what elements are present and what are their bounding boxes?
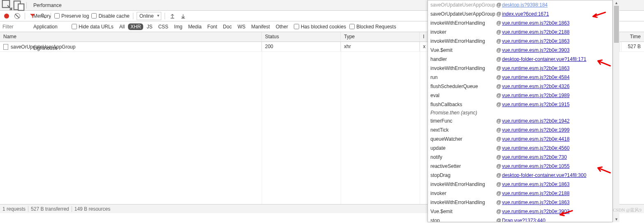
export-har-icon[interactable] [179, 12, 187, 20]
filter-toggle-icon[interactable] [28, 12, 37, 20]
col-type[interactable]: Type [341, 32, 420, 42]
stack-fn: stop [430, 217, 496, 222]
stack-separator: Promise.then (async) [428, 109, 612, 116]
stack-link[interactable]: vue.runtime.esm.js?2b0e:2188 [502, 190, 570, 197]
disable-cache-label: Disable cache [98, 13, 129, 19]
stack-frame: invokeWithErrorHandling@vue.runtime.esm.… [428, 64, 612, 73]
inspect-icon[interactable] [2, 0, 13, 11]
watermark: CSDN @蓝风9 [613, 207, 642, 213]
stack-frame: flushSchedulerQueue@vue.runtime.esm.js?2… [428, 82, 612, 91]
stack-link[interactable]: vue.runtime.esm.js?2b0e:4326 [502, 83, 570, 90]
annotation-arrow-icon [557, 209, 573, 218]
filter-type-css[interactable]: CSS [156, 23, 171, 30]
tab-performance[interactable]: Performance [28, 0, 67, 11]
import-har-icon[interactable] [168, 12, 177, 20]
stack-frame: invoker@vue.runtime.esm.js?2b0e:2188 [428, 189, 612, 198]
scroll-up-icon[interactable]: ▲ [613, 0, 620, 6]
stack-fn: invoker [430, 190, 496, 197]
stack-link[interactable]: vue.runtime.esm.js?2b0e:1989 [502, 92, 570, 99]
stack-link[interactable]: vue.runtime.esm.js?2b0e:1863 [502, 19, 570, 27]
stack-frame: stopDrag@desktop-folder-container.vue?14… [428, 171, 612, 180]
stack-fn: saveOrUpdateUserAppGroup [430, 1, 496, 9]
separator [133, 13, 133, 19]
stack-frame: saveOrUpdateUserAppGroup@desktop.js?9398… [428, 0, 612, 9]
hide-data-urls-checkbox[interactable]: Hide data URLs [72, 24, 114, 30]
stack-link[interactable]: vue.runtime.esm.js?2b0e:1863 [502, 37, 570, 45]
filter-type-ws[interactable]: WS [235, 23, 248, 30]
stack-link[interactable]: vue.runtime.esm.js?2b0e:1942 [502, 117, 570, 125]
stack-frame: invokeWithErrorHandling@vue.runtime.esm.… [428, 37, 612, 46]
svg-rect-2 [18, 4, 24, 10]
stack-frame: Vue.$emit@vue.runtime.esm.js?2b0e:3903 [428, 207, 612, 216]
stack-link[interactable]: desktop-folder-container.vue?14f8:300 [502, 172, 586, 179]
scroll-thumb[interactable] [614, 6, 619, 43]
filter-type-doc[interactable]: Doc [221, 23, 234, 30]
stack-link[interactable]: vue.runtime.esm.js?2b0e:2188 [502, 28, 570, 36]
stack-link[interactable]: vue.runtime.esm.js?2b0e:3903 [502, 46, 570, 54]
stack-fn: saveOrUpdateUserAppGroup [430, 10, 496, 18]
device-toggle-icon[interactable] [13, 0, 25, 11]
stack-fn: invokeWithErrorHandling [430, 181, 496, 188]
filter-type-js[interactable]: JS [144, 23, 155, 30]
stack-fn: invokeWithErrorHandling [430, 199, 496, 206]
filter-type-other[interactable]: Other [273, 23, 291, 30]
preserve-log-checkbox[interactable]: Preserve log [54, 13, 89, 19]
filter-type-all[interactable]: All [117, 23, 127, 30]
col-status[interactable]: Status [262, 32, 341, 42]
blocked-requests-checkbox[interactable]: Blocked Requests [349, 24, 396, 30]
stack-fn: queueWatcher [430, 135, 496, 143]
stack-frame: notify@vue.runtime.esm.js?2b0e:730 [428, 153, 612, 162]
annotation-arrow-icon [595, 166, 611, 176]
stack-link[interactable]: vue.runtime.esm.js?2b0e:1863 [502, 199, 570, 206]
stack-fn: invokeWithErrorHandling [430, 65, 496, 72]
filter-input[interactable] [2, 23, 68, 31]
stack-link[interactable]: index.vue?6ced:1671 [502, 10, 549, 18]
filter-type-manifest[interactable]: Manifest [249, 23, 272, 30]
blocked-requests-label: Blocked Requests [356, 24, 396, 30]
stack-link[interactable]: vue.runtime.esm.js?2b0e:4418 [502, 135, 570, 143]
stack-link[interactable]: vue.runtime.esm.js?2b0e:1863 [502, 65, 570, 72]
preserve-log-label: Preserve log [61, 13, 89, 19]
stack-fn: handler [430, 56, 496, 63]
col-name[interactable]: Name [0, 32, 262, 42]
stack-frame: reactiveSetter@vue.runtime.esm.js?2b0e:1… [428, 162, 612, 171]
clear-button[interactable] [13, 12, 21, 20]
stack-frame: flushCallbacks@vue.runtime.esm.js?2b0e:1… [428, 100, 612, 109]
stack-frame: update@vue.runtime.esm.js?2b0e:4560 [428, 144, 612, 153]
filter-type-media[interactable]: Media [186, 23, 204, 30]
stack-link[interactable]: vue.runtime.esm.js?2b0e:4584 [502, 74, 570, 81]
popup-scrollbar[interactable]: ▲ ▼ [613, 0, 619, 222]
size-cell: 527 B [619, 42, 644, 52]
col-time[interactable]: Time [619, 32, 644, 42]
throttling-select[interactable]: Online [137, 12, 162, 20]
stack-link[interactable]: vue.runtime.esm.js?2b0e:1055 [502, 163, 570, 170]
record-button[interactable] [2, 12, 11, 20]
stack-fn: eval [430, 92, 496, 99]
stack-link[interactable]: vue.runtime.esm.js?2b0e:1863 [502, 181, 570, 188]
stack-link[interactable]: desktop-folder-container.vue?14f8:171 [502, 56, 586, 63]
scroll-down-icon[interactable]: ▼ [613, 216, 620, 222]
stack-fn: invoker [430, 28, 496, 36]
stack-link[interactable]: desktop.js?9398:184 [502, 1, 548, 9]
stack-fn: invokeWithErrorHandling [430, 19, 496, 27]
has-blocked-cookies-checkbox[interactable]: Has blocked cookies [294, 24, 346, 30]
status-transferred: 527 B transferred [31, 206, 69, 212]
filter-type-xhr[interactable]: XHR [128, 23, 143, 30]
stack-fn: stopDrag [430, 172, 496, 179]
stack-link[interactable]: vue.runtime.esm.js?2b0e:1915 [502, 101, 570, 108]
disable-cache-checkbox[interactable]: Disable cache [91, 13, 129, 19]
stack-link[interactable]: Drag.vue?1373:440 [502, 217, 545, 222]
filter-type-font[interactable]: Font [205, 23, 220, 30]
time-column: Time 527 B [619, 32, 644, 52]
stack-frame: Vue.$emit@vue.runtime.esm.js?2b0e:3903 [428, 46, 612, 55]
search-icon[interactable] [39, 12, 47, 20]
stack-fn: update [430, 144, 496, 152]
stack-frame: queueWatcher@vue.runtime.esm.js?2b0e:441… [428, 135, 612, 144]
stack-link[interactable]: vue.runtime.esm.js?2b0e:730 [502, 153, 567, 161]
stack-link[interactable]: vue.runtime.esm.js?2b0e:4560 [502, 144, 570, 152]
stack-link[interactable]: vue.runtime.esm.js?2b0e:1999 [502, 126, 570, 134]
filter-type-img[interactable]: Img [172, 23, 185, 30]
stack-frame: invokeWithErrorHandling@vue.runtime.esm.… [428, 180, 612, 189]
initiator-stack-popup[interactable]: saveOrUpdateUserAppGroup@desktop.js?9398… [428, 0, 613, 222]
stack-frame: saveOrUpdateUserAppGroup@index.vue?6ced:… [428, 9, 612, 19]
